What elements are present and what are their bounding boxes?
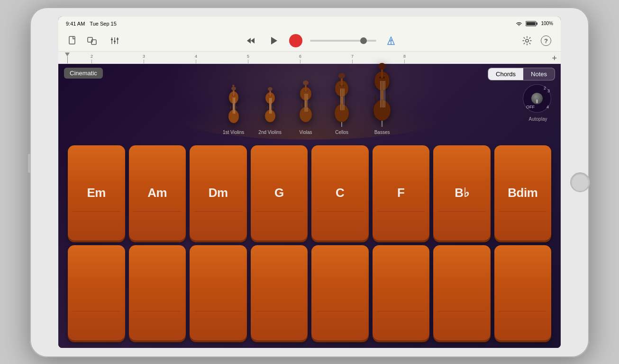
svg-point-54 [338, 73, 345, 79]
home-button[interactable] [570, 172, 590, 192]
transport-slider[interactable] [310, 40, 376, 42]
toolbar-right: ? [520, 34, 553, 48]
chord-key-b6[interactable] [373, 245, 430, 340]
timeline-ruler: 2 3 4 5 6 7 8 + [58, 52, 561, 64]
chord-row-bottom [68, 245, 551, 340]
1st-violins-label: 1st Violins [223, 130, 244, 135]
controls-panel: Chords Notes 2 3 4 OFF [488, 68, 555, 122]
chord-key-bdim[interactable]: Bdim [494, 145, 552, 240]
svg-point-65 [378, 63, 386, 70]
chord-key-em[interactable]: Em [68, 145, 125, 240]
mixer-button[interactable] [108, 34, 122, 48]
cellos-icon [330, 72, 354, 127]
chord-key-b8[interactable] [494, 245, 552, 340]
new-song-button[interactable] [66, 34, 80, 48]
chord-key-bb[interactable]: B♭ [433, 145, 491, 240]
settings-button[interactable] [520, 34, 534, 48]
chord-label-f: F [397, 186, 404, 200]
basses-label: Basses [374, 130, 390, 135]
instrument-basses[interactable]: Basses [368, 63, 396, 135]
ipad-frame: 9:41 AM Tue Sep 15 100% [30, 7, 589, 357]
svg-point-44 [303, 80, 309, 85]
dial-num-4: 4 [546, 105, 549, 109]
autoplay-container: 2 3 4 OFF Autoplay [523, 84, 553, 122]
chord-label-c: C [336, 186, 344, 200]
status-bar: 9:41 AM Tue Sep 15 100% [58, 17, 561, 31]
svg-point-24 [231, 87, 236, 90]
chord-label-am: Am [147, 186, 167, 200]
dial-track: 2 3 4 OFF [523, 84, 551, 113]
dial-center [531, 93, 543, 104]
chord-key-b5[interactable] [311, 245, 369, 340]
dial-off-label: OFF [526, 105, 535, 109]
record-button[interactable] [289, 34, 302, 47]
status-right: 100% [515, 21, 553, 27]
autoplay-dial[interactable]: 2 3 4 OFF [523, 84, 553, 115]
instrument-cellos[interactable]: Cellos [330, 72, 354, 135]
status-time: 9:41 AM [66, 21, 85, 27]
metronome-button[interactable] [384, 34, 398, 48]
chord-row-top: Em Am Dm G C [68, 145, 551, 240]
instrument-2nd-violins[interactable]: 2nd Violins [258, 85, 282, 135]
tracks-button[interactable] [85, 34, 99, 48]
transport-knob [360, 37, 367, 44]
violas-label: Violas [300, 130, 312, 135]
svg-point-34 [268, 87, 273, 91]
chord-label-em: Em [87, 186, 106, 200]
notes-tab[interactable]: Notes [523, 68, 555, 80]
svg-rect-1 [527, 22, 536, 25]
chord-key-b2[interactable] [129, 245, 186, 340]
svg-marker-12 [247, 38, 251, 44]
basses-icon [368, 63, 396, 127]
side-button[interactable] [28, 154, 30, 173]
dial-num-3: 3 [547, 89, 550, 93]
chord-key-b1[interactable] [68, 245, 125, 340]
svg-line-17 [390, 40, 392, 41]
svg-rect-11 [117, 38, 118, 40]
ruler-marks: 2 3 4 5 6 7 8 [62, 52, 557, 63]
main-content: Cinematic [58, 64, 561, 348]
chords-tab[interactable]: Chords [488, 68, 523, 80]
help-button[interactable]: ? [539, 34, 553, 48]
chord-key-am[interactable]: Am [129, 145, 186, 240]
chord-key-b3[interactable] [190, 245, 247, 340]
2nd-violins-icon [262, 85, 279, 127]
1st-violins-icon [225, 84, 242, 127]
chord-label-dm: Dm [209, 186, 228, 200]
screen: 9:41 AM Tue Sep 15 100% [58, 17, 561, 348]
toolbar-left [66, 34, 99, 48]
cellos-label: Cellos [335, 130, 348, 135]
svg-rect-10 [114, 41, 116, 42]
toolbar: ? [58, 31, 561, 52]
dial-num-2: 2 [544, 86, 546, 90]
chord-key-b4[interactable] [251, 245, 308, 340]
battery-pct: 100% [541, 21, 553, 26]
instrument-stage: 1st Violins [58, 64, 561, 140]
instrument-1st-violins[interactable]: 1st Violins [223, 84, 244, 135]
instrument-violas[interactable]: Violas [296, 80, 316, 135]
chord-label-g: G [274, 186, 284, 200]
rewind-button[interactable] [244, 34, 258, 48]
chord-key-b7[interactable] [433, 245, 491, 340]
chord-key-dm[interactable]: Dm [190, 145, 247, 240]
chord-area: Em Am Dm G C [58, 140, 561, 348]
chord-label-bdim: Bdim [508, 186, 537, 200]
status-date: Tue Sep 15 [90, 21, 116, 27]
play-button[interactable] [265, 33, 282, 49]
chord-key-f[interactable]: F [373, 145, 430, 240]
svg-rect-3 [69, 36, 75, 44]
svg-rect-2 [537, 22, 538, 25]
chord-label-bb: B♭ [455, 186, 469, 200]
status-left: 9:41 AM Tue Sep 15 [66, 21, 117, 27]
chord-key-g[interactable]: G [251, 145, 308, 240]
chord-key-c[interactable]: C [311, 145, 369, 240]
wifi-icon [515, 21, 523, 27]
svg-point-18 [526, 39, 528, 42]
chords-notes-toggle: Chords Notes [488, 68, 555, 80]
toolbar-center [127, 33, 514, 49]
svg-rect-9 [111, 39, 113, 40]
add-track-button[interactable]: + [552, 53, 557, 63]
violas-icon [296, 80, 316, 127]
battery-icon [526, 21, 538, 27]
autoplay-label: Autoplay [529, 116, 547, 122]
